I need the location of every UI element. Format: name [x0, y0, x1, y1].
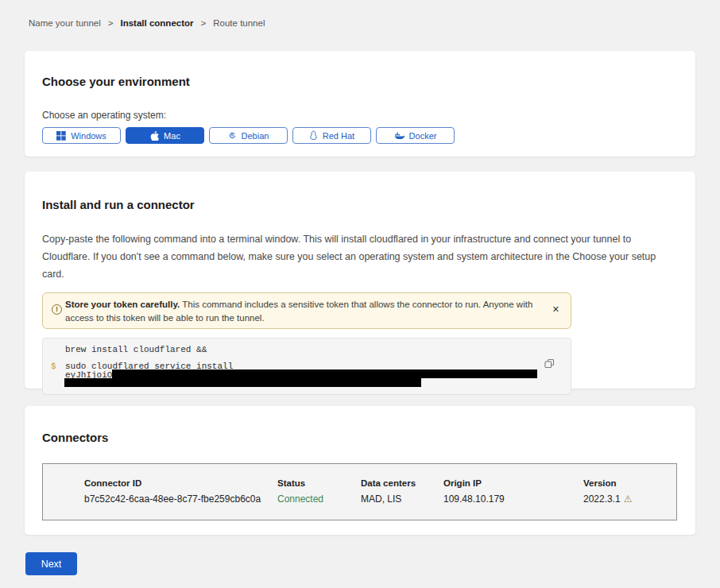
column-version: Version 2022.3.1 ⚠ — [583, 478, 676, 520]
column-header: Status — [277, 478, 361, 488]
breadcrumb: Name your tunnel > Install connector > R… — [0, 0, 720, 28]
redhat-icon — [309, 130, 318, 141]
copy-icon[interactable] — [544, 358, 555, 371]
os-button-label: Mac — [164, 131, 180, 141]
column-status: Status Connected — [277, 478, 361, 520]
breadcrumb-step-install-connector: Install connector — [121, 18, 194, 28]
alert-text: Store your token carefully. This command… — [65, 298, 542, 325]
version-value: 2022.3.1 ⚠ — [583, 493, 676, 505]
column-connector-id: Connector ID b7c52c42-6caa-48ee-8c77-fbe… — [84, 478, 277, 520]
os-button-mac[interactable]: Mac — [126, 127, 204, 144]
next-button[interactable]: Next — [25, 552, 77, 575]
warning-triangle-icon: ⚠ — [624, 494, 633, 504]
environment-card: Choose your environment Choose an operat… — [25, 51, 695, 157]
column-data-centers: Data centers MAD, LIS — [361, 478, 443, 520]
code-line-brew: brew install cloudflared && — [65, 346, 207, 354]
connector-id-value: b7c52c42-6caa-48ee-8c77-fbe259cb6c0a — [84, 493, 277, 505]
footer: Next — [25, 552, 720, 575]
connectors-table: Connector ID b7c52c42-6caa-48ee-8c77-fbe… — [42, 463, 677, 520]
breadcrumb-step-route-tunnel[interactable]: Route tunnel — [213, 18, 265, 28]
version-number: 2022.3.1 — [583, 493, 621, 505]
data-centers-value: MAD, LIS — [361, 493, 443, 505]
debian-icon — [228, 131, 237, 140]
origin-ip-value: 109.48.10.179 — [443, 493, 583, 505]
os-button-label: Red Hat — [323, 131, 354, 141]
environment-card-title: Choose your environment — [42, 75, 678, 88]
redacted-token-bar — [112, 369, 537, 378]
os-button-docker[interactable]: Docker — [376, 127, 455, 144]
windows-icon — [56, 131, 66, 141]
breadcrumb-separator: > — [108, 18, 114, 28]
alert-title: Store your token carefully. — [65, 300, 180, 309]
column-header: Origin IP — [443, 478, 583, 488]
os-button-redhat[interactable]: Red Hat — [292, 127, 371, 144]
column-header: Connector ID — [84, 478, 277, 488]
connectors-card: Connectors Connector ID b7c52c42-6caa-48… — [25, 406, 695, 535]
close-icon[interactable]: ✕ — [552, 305, 559, 314]
redacted-token-bar — [64, 378, 421, 387]
token-warning-alert: ! Store your token carefully. This comma… — [42, 292, 571, 329]
os-select-label: Choose an operating system: — [42, 110, 678, 121]
info-circle-icon: ! — [52, 304, 62, 315]
install-connector-card: Install and run a connector Copy-paste t… — [25, 172, 695, 389]
status-badge: Connected — [277, 493, 361, 505]
column-header: Data centers — [361, 478, 443, 488]
os-button-label: Docker — [409, 131, 437, 141]
breadcrumb-separator: > — [201, 18, 207, 28]
connectors-card-title: Connectors — [42, 431, 678, 444]
os-button-debian[interactable]: Debian — [209, 127, 288, 144]
os-button-label: Debian — [242, 131, 269, 141]
docker-icon — [394, 131, 405, 140]
column-header: Version — [583, 478, 676, 488]
os-button-label: Windows — [71, 131, 106, 141]
breadcrumb-step-name-tunnel[interactable]: Name your tunnel — [29, 18, 101, 28]
apple-icon — [149, 130, 159, 141]
install-card-title: Install and run a connector — [42, 198, 678, 211]
install-description: Copy-paste the following command into a … — [42, 230, 678, 283]
os-button-windows[interactable]: Windows — [42, 127, 121, 144]
shell-prompt: $ — [51, 362, 56, 371]
column-origin-ip: Origin IP 109.48.10.179 — [443, 478, 583, 520]
os-button-group: Windows Mac Debian — [42, 127, 678, 144]
main-content: Choose your environment Choose an operat… — [25, 51, 695, 535]
install-command-codeblock: $ brew install cloudflared && sudo cloud… — [42, 338, 571, 395]
